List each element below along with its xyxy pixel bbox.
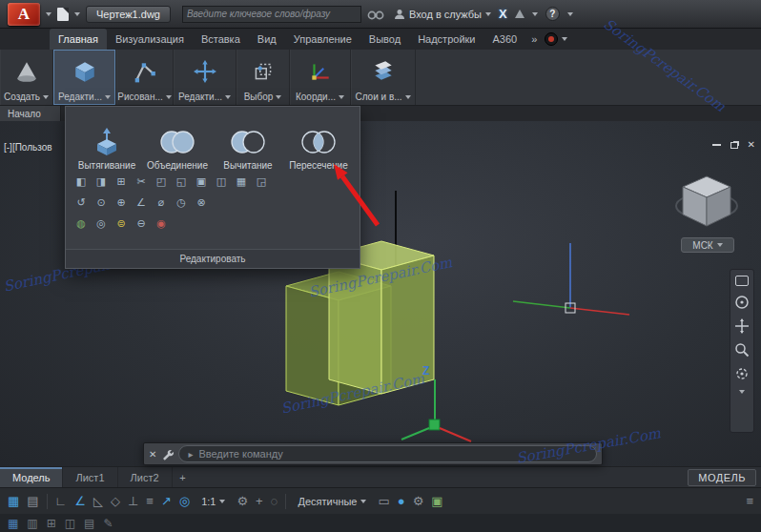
small-tool-icon[interactable]: ◍ (73, 215, 89, 231)
orbit-icon[interactable] (734, 366, 750, 381)
exchange-icon[interactable]: X (499, 7, 507, 21)
settings-gear-icon[interactable]: ⚙ (237, 495, 248, 507)
pan-icon[interactable] (734, 318, 750, 334)
viewport-minimize-icon[interactable] (712, 144, 721, 146)
customization-menu-icon[interactable]: ≡ (746, 495, 753, 507)
quickaccess-caret-icon[interactable] (74, 12, 80, 16)
units-control[interactable]: Десятичные (294, 494, 370, 509)
layout-tab-list2[interactable]: Лист2 (118, 467, 173, 487)
intersect-button[interactable]: Пересечение (283, 112, 354, 171)
small-tool-icon[interactable]: ∠ (134, 194, 149, 210)
ribbon-panel-modify[interactable]: Редакти... (174, 50, 237, 105)
ribbon-tab-view[interactable]: Вид (249, 29, 285, 50)
viewport-close-icon[interactable]: ✕ (748, 140, 755, 150)
flyout-title[interactable]: Редактировать (66, 249, 360, 268)
ribbon-minimize-caret-icon[interactable] (562, 37, 567, 41)
app-menu-button[interactable]: A (8, 3, 40, 26)
layout-tab-model[interactable]: Модель (0, 467, 63, 487)
hardware-gear-icon[interactable]: ⚙ (413, 495, 424, 507)
a360-sync-icon[interactable] (545, 32, 558, 46)
strip-tool-icon[interactable]: ⊞ (47, 518, 56, 529)
ribbon-tab-insert[interactable]: Вставка (193, 29, 249, 50)
strip-tool-icon[interactable]: ▥ (27, 518, 37, 529)
small-tool-icon[interactable]: ⊗ (194, 194, 209, 210)
lineweight-toggle-icon[interactable]: ≡ (146, 495, 154, 507)
small-tool-icon[interactable]: ◧ (73, 174, 89, 189)
strip-grid-icon[interactable]: ▦ (8, 518, 18, 529)
small-tool-icon[interactable]: ⊕ (113, 194, 129, 210)
navwheel-icon[interactable] (735, 276, 749, 286)
extrude-button[interactable]: Вытягивание (72, 112, 142, 171)
layout-tab-list1[interactable]: Лист1 (63, 467, 117, 487)
viewport-restore-icon[interactable] (730, 142, 738, 149)
union-button[interactable]: Объединение (142, 112, 213, 171)
search-input[interactable] (187, 9, 357, 19)
app-menu-caret-icon[interactable] (46, 12, 51, 16)
wcs-button[interactable]: МСК (681, 237, 734, 253)
strip-tool-icon[interactable]: ◫ (65, 518, 75, 529)
ribbon-panel-create[interactable]: Создать (0, 50, 53, 105)
snap-toggle-icon[interactable]: ▤ (27, 495, 38, 507)
zoom-icon[interactable] (734, 342, 750, 358)
ribbon-overflow-chevrons[interactable]: » (525, 29, 543, 50)
strip-pencil-icon[interactable]: ✎ (103, 518, 113, 529)
small-tool-icon[interactable]: ⊜ (113, 215, 129, 231)
subtract-button[interactable]: Вычитание (213, 112, 283, 171)
small-tool-icon[interactable]: ⊖ (134, 215, 149, 231)
add-layout-button[interactable]: + (173, 467, 194, 487)
ribbon-panel-coordinates[interactable]: Коорди... (290, 50, 351, 105)
ribbon-tab-manage[interactable]: Управление (285, 29, 360, 50)
small-tool-icon[interactable]: ◨ (93, 174, 109, 189)
ribbon-tab-visualization[interactable]: Визуализация (107, 29, 193, 50)
viewcube[interactable] (673, 167, 740, 234)
scale-control[interactable]: 1:1 (197, 494, 229, 509)
help-caret-icon[interactable] (567, 12, 573, 16)
ortho-toggle-icon[interactable]: ∟ (55, 495, 68, 507)
ribbon-tab-addins[interactable]: Надстройки (409, 29, 483, 50)
strip-tool-icon[interactable]: ▤ (84, 518, 94, 529)
ribbon-panel-edit-solids[interactable]: Редакти... (53, 50, 116, 105)
isodraft-toggle-icon[interactable]: ◺ (93, 495, 103, 507)
osnap3d-toggle-icon[interactable]: ⊥ (128, 495, 138, 507)
help-button[interactable]: ? (545, 7, 560, 21)
alert-icon[interactable] (515, 10, 524, 18)
new-drawing-icon[interactable] (57, 8, 69, 21)
wrench-icon[interactable] (161, 448, 174, 460)
small-tool-icon[interactable]: ▣ (194, 174, 209, 189)
small-tool-icon[interactable]: ⊙ (93, 194, 109, 210)
small-tool-icon[interactable]: ⌀ (154, 194, 169, 210)
ribbon-panel-selection[interactable]: Выбор (237, 50, 290, 105)
binoculars-icon[interactable] (367, 8, 384, 21)
ribbon-panel-draw[interactable]: Рисован... (116, 50, 174, 105)
add-scale-icon[interactable]: + (256, 495, 263, 507)
drawing-file-tab[interactable]: Начало (0, 106, 61, 121)
small-tool-icon[interactable]: ⊞ (113, 174, 129, 189)
small-tool-icon[interactable]: ▦ (234, 174, 249, 189)
workspace-switch-icon[interactable]: ▭ (378, 495, 389, 507)
document-tab[interactable]: Чертеж1.dwg (86, 6, 171, 23)
small-tool-icon[interactable]: ◱ (174, 174, 189, 189)
navbar-more-icon[interactable] (739, 390, 745, 394)
command-close-icon[interactable]: ✕ (149, 449, 156, 460)
isolate-objects-icon[interactable]: ▣ (431, 495, 442, 507)
small-tool-icon[interactable]: ◲ (254, 174, 269, 189)
ribbon-panel-layers[interactable]: Слои и в... (351, 50, 416, 105)
annotation-visibility-icon[interactable]: ◌ (271, 495, 278, 507)
small-tool-icon[interactable]: ◷ (174, 194, 189, 210)
signin-button[interactable]: Вход в службы (394, 9, 491, 20)
small-tool-icon[interactable]: ◫ (214, 174, 229, 189)
ribbon-tab-a360[interactable]: A360 (483, 29, 525, 50)
command-input[interactable] (198, 448, 587, 460)
osnap-toggle-icon[interactable]: ◇ (111, 495, 120, 507)
annotation-monitor-icon[interactable]: ● (398, 495, 405, 507)
small-tool-icon[interactable]: ◰ (154, 174, 169, 189)
grid-toggle-icon[interactable]: ▦ (8, 495, 19, 507)
small-tool-icon[interactable]: ◎ (93, 215, 109, 231)
small-tool-icon[interactable]: ◉ (154, 215, 169, 231)
workspace-badge[interactable]: МОДЕЛЬ (688, 469, 756, 486)
polar-toggle-icon[interactable]: ∠ (74, 495, 86, 507)
viewport-controls-label[interactable]: [-][Пользов (4, 142, 65, 153)
steering-wheel-icon[interactable] (734, 295, 750, 310)
alert-caret-icon[interactable] (532, 12, 538, 16)
ribbon-tab-output[interactable]: Вывод (360, 29, 409, 50)
